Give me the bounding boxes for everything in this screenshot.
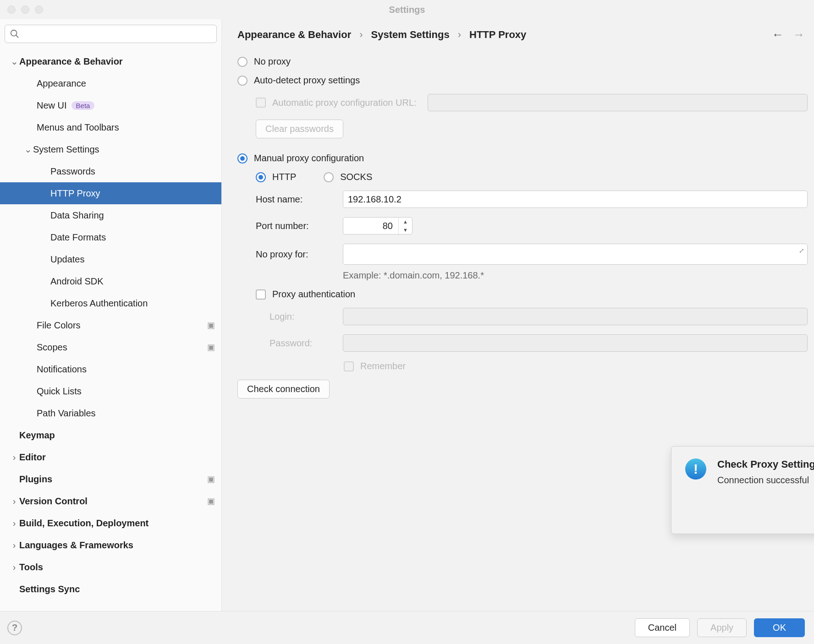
no-proxy-option[interactable]: No proxy: [237, 56, 808, 67]
settings-sidebar: ⌄Appearance & Behavior Appearance New UI…: [0, 19, 222, 611]
http-proxy-form: No proxy Auto-detect proxy settings Auto…: [237, 42, 808, 407]
chevron-right-icon: ›: [9, 518, 19, 528]
expand-icon[interactable]: ⤢: [799, 247, 804, 254]
sidebar-item-scopes[interactable]: Scopes▣: [0, 336, 221, 358]
sidebar-item-build-execution[interactable]: ›Build, Execution, Deployment: [0, 512, 221, 534]
sidebar-item-quick-lists[interactable]: Quick Lists: [0, 380, 221, 402]
sidebar-item-notifications[interactable]: Notifications: [0, 358, 221, 380]
port-input[interactable]: 80 ▲▼: [343, 217, 412, 235]
host-input[interactable]: 192.168.10.2: [343, 191, 808, 208]
search-input[interactable]: [5, 25, 217, 43]
sidebar-item-data-sharing[interactable]: Data Sharing: [0, 204, 221, 226]
forward-button[interactable]: →: [793, 27, 805, 42]
breadcrumb-segment[interactable]: System Settings: [371, 29, 450, 41]
search-icon: [10, 29, 20, 39]
sidebar-item-appearance[interactable]: Appearance: [0, 72, 221, 94]
sidebar-item-updates[interactable]: Updates: [0, 248, 221, 270]
sidebar-item-tools[interactable]: ›Tools: [0, 556, 221, 578]
sidebar-item-file-colors[interactable]: File Colors▣: [0, 314, 221, 336]
popup-title: Check Proxy Settings: [717, 458, 814, 470]
breadcrumb-segment: HTTP Proxy: [469, 29, 526, 41]
settings-scope-icon: ▣: [207, 475, 215, 483]
settings-scope-icon: ▣: [207, 321, 215, 329]
radio-icon: [256, 172, 266, 182]
sidebar-item-passwords[interactable]: Passwords: [0, 160, 221, 182]
sidebar-item-settings-sync[interactable]: Settings Sync: [0, 578, 221, 600]
svg-line-1: [16, 35, 19, 38]
sidebar-item-editor[interactable]: ›Editor: [0, 446, 221, 468]
manual-proxy-option[interactable]: Manual proxy configuration: [237, 153, 808, 164]
settings-window: Settings ⌄Appearance & Behavior Appearan…: [0, 0, 814, 644]
radio-icon: [237, 153, 248, 164]
radio-icon: [324, 172, 334, 182]
cancel-button[interactable]: Cancel: [635, 618, 690, 637]
sidebar-item-appearance-behavior[interactable]: ⌄Appearance & Behavior: [0, 50, 221, 72]
chevron-right-icon: ›: [9, 540, 19, 550]
clear-passwords-button[interactable]: Clear passwords: [256, 120, 343, 138]
info-icon: !: [685, 458, 706, 480]
dialog-footer: ? Cancel Apply OK: [0, 611, 814, 644]
chevron-right-icon: ›: [458, 29, 461, 41]
sidebar-item-system-settings[interactable]: ⌄System Settings: [0, 138, 221, 160]
chevron-down-icon: ⌄: [23, 145, 33, 154]
titlebar: Settings: [0, 0, 814, 19]
remember-checkbox: Remember: [344, 361, 808, 371]
password-input: [343, 334, 808, 352]
sidebar-item-kerberos[interactable]: Kerberos Authentication: [0, 292, 221, 314]
host-label: Host name:: [256, 194, 343, 205]
chevron-right-icon: ›: [9, 497, 19, 506]
sidebar-item-android-sdk[interactable]: Android SDK: [0, 270, 221, 292]
sidebar-item-http-proxy[interactable]: HTTP Proxy: [0, 182, 221, 204]
auto-url-label: Automatic proxy configuration URL:: [272, 98, 417, 108]
radio-icon: [237, 76, 248, 86]
password-label: Password:: [270, 338, 343, 349]
login-label: Login:: [270, 311, 343, 322]
apply-button[interactable]: Apply: [697, 618, 747, 637]
ok-button[interactable]: OK: [754, 618, 805, 637]
auto-url-input: [428, 94, 808, 111]
proxy-auth-checkbox[interactable]: Proxy authentication: [256, 289, 808, 300]
checkbox-icon: [344, 361, 354, 371]
back-button[interactable]: ←: [772, 27, 784, 42]
settings-content: Appearance & Behavior › System Settings …: [222, 19, 814, 611]
check-proxy-popup: ! Check Proxy Settings Connection succes…: [671, 446, 814, 534]
help-button[interactable]: ?: [7, 621, 22, 635]
checkbox-icon: [256, 289, 266, 300]
popup-message: Connection successful: [717, 475, 814, 486]
port-label: Port number:: [256, 221, 343, 231]
sidebar-item-path-variables[interactable]: Path Variables: [0, 402, 221, 424]
breadcrumb: Appearance & Behavior › System Settings …: [237, 27, 808, 42]
beta-badge: Beta: [72, 101, 95, 110]
chevron-down-icon: ⌄: [9, 57, 19, 66]
svg-point-0: [11, 30, 17, 36]
sidebar-item-languages-frameworks[interactable]: ›Languages & Frameworks: [0, 534, 221, 556]
settings-scope-icon: ▣: [207, 343, 215, 351]
breadcrumb-segment[interactable]: Appearance & Behavior: [237, 29, 351, 41]
sidebar-item-plugins[interactable]: Plugins▣: [0, 468, 221, 490]
chevron-right-icon: ›: [359, 29, 363, 41]
chevron-right-icon: ›: [9, 562, 19, 572]
example-hint: Example: *.domain.com, 192.168.*: [343, 270, 808, 281]
stepper-icon[interactable]: ▲▼: [398, 218, 412, 234]
sidebar-item-version-control[interactable]: ›Version Control▣: [0, 490, 221, 512]
checkbox-icon: [256, 98, 266, 108]
window-title: Settings: [0, 5, 814, 15]
settings-tree: ⌄Appearance & Behavior Appearance New UI…: [0, 49, 221, 611]
sidebar-item-keymap[interactable]: Keymap: [0, 424, 221, 446]
no-proxy-for-input[interactable]: ⤢: [343, 244, 808, 265]
check-connection-button[interactable]: Check connection: [237, 380, 330, 398]
no-proxy-for-label: No proxy for:: [256, 249, 343, 260]
sidebar-item-menus-toolbars[interactable]: Menus and Toolbars: [0, 116, 221, 138]
auto-detect-option[interactable]: Auto-detect proxy settings: [237, 75, 808, 86]
login-input: [343, 308, 808, 325]
chevron-right-icon: ›: [9, 453, 19, 462]
settings-scope-icon: ▣: [207, 497, 215, 505]
radio-icon: [237, 57, 248, 67]
sidebar-item-new-ui[interactable]: New UIBeta: [0, 94, 221, 116]
socks-protocol-option[interactable]: SOCKS: [324, 172, 372, 182]
search-field[interactable]: [22, 29, 212, 39]
sidebar-item-date-formats[interactable]: Date Formats: [0, 226, 221, 248]
http-protocol-option[interactable]: HTTP: [256, 172, 296, 182]
